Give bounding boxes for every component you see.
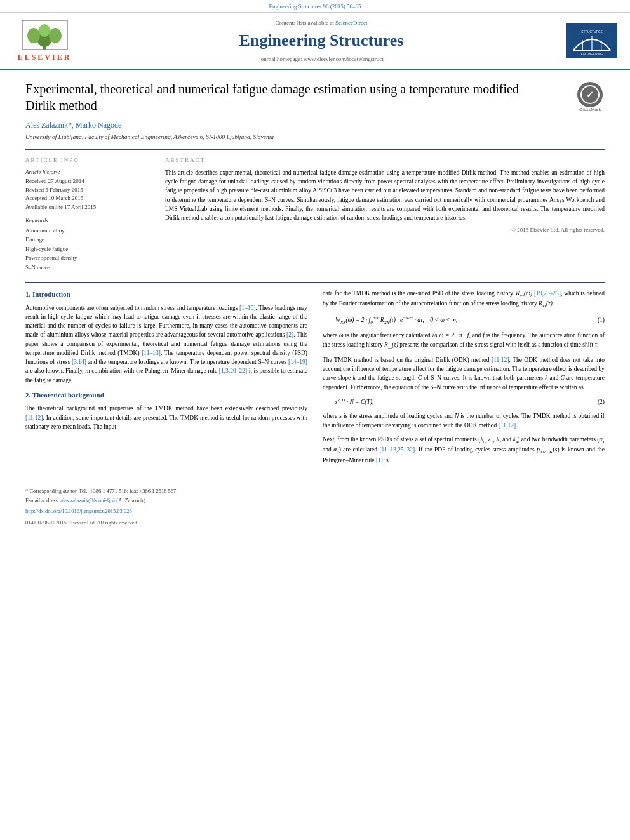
article-info-abstract-section: ARTICLE INFO Article history: Received 2… (25, 149, 605, 272)
keywords-section: Keywords: Aluminium alloy Damage High-cy… (25, 217, 152, 272)
theory-paragraph-1: The theoretical background and propertie… (25, 404, 307, 431)
article-info-col: ARTICLE INFO Article history: Received 2… (25, 156, 152, 272)
affiliation: University of Ljubljana, Faculty of Mech… (25, 133, 605, 142)
keyword-fatigue: High-cycle fatigue (25, 244, 152, 253)
history-title: Article history: (25, 168, 152, 177)
article-history: Article history: Received 27 August 2014… (25, 168, 152, 212)
doi-line: http://dx.doi.org/10.1016/j.engstruct.20… (25, 508, 605, 516)
elsevier-logo-block: ELSEVIER (13, 19, 76, 63)
body-right-col: data for the TMDK method is the one-side… (323, 289, 605, 470)
footnote-corresponding: * Corresponding author. Tel.: +386 1 477… (25, 487, 605, 495)
svg-point-4 (39, 24, 50, 37)
intro-heading: 1. Introduction (25, 289, 307, 300)
issn-line: 0141-0296/© 2015 Elsevier Ltd. All right… (25, 519, 605, 527)
journal-citation: Engineering Structures 96 (2015) 56–65 (269, 3, 361, 10)
journal-header: ELSEVIER Contents lists available at Sci… (0, 13, 630, 71)
email-label: E-mail address: (25, 497, 60, 503)
authors-line: Aleš Zalaznik*, Marko Nagode (25, 120, 605, 131)
ref-11-12-b[interactable]: [11,12] (492, 357, 509, 363)
svg-text:STRUCTURES: STRUCTURES (581, 30, 603, 34)
equation-2-number: (2) (586, 397, 605, 406)
ref-11-13[interactable]: [11–13] (142, 350, 161, 356)
journal-logo-image: ENGINEERING STRUCTURES (566, 23, 617, 58)
elsevier-tree-icon (21, 19, 69, 51)
available-date: Available online 17 April 2015 (25, 203, 152, 212)
ref-11-12-a[interactable]: [11,12] (25, 415, 43, 421)
keywords-title: Keywords: (25, 217, 152, 225)
equation-2-content: sk(T) · N = C(T), (323, 397, 586, 406)
abstract-col: ABSTRACT This article describes experime… (165, 156, 605, 272)
journal-title-header: Engineering Structures (83, 29, 560, 52)
ref-11-12-c[interactable]: [11,12] (499, 422, 516, 429)
received-date: Received 27 August 2014 (25, 177, 152, 186)
ref-19-23-25[interactable]: [19,23–25] (534, 290, 561, 297)
equation-1-number: (1) (586, 316, 605, 324)
revised-date: Revised 5 February 2015 (25, 186, 152, 195)
ref-11-13-25-32[interactable]: [11–13,25–32] (379, 446, 415, 453)
right-para-3: The TMDK method is based on the original… (323, 356, 605, 392)
equation-2: sk(T) · N = C(T), (2) (323, 397, 605, 406)
author-names: Aleš Zalaznik*, Marko Nagode (25, 121, 121, 130)
body-left-col: 1. Introduction Automotive components ar… (25, 289, 307, 470)
article-title: Experimental, theoretical and numerical … (25, 81, 546, 114)
journal-center-block: Contents lists available at ScienceDirec… (83, 19, 560, 63)
footnote-section: * Corresponding author. Tel.: +386 1 477… (25, 483, 605, 527)
main-content: Experimental, theoretical and numerical … (0, 70, 630, 537)
svg-text:✓: ✓ (586, 90, 594, 100)
doi-link[interactable]: http://dx.doi.org/10.1016/j.engstruct.20… (25, 508, 132, 514)
equation-1: WXX(ω) = 2 · ∫0+∞ RXX(τ) · e−iω·τ · dτ, … (323, 315, 605, 326)
keyword-sn: S–N curve (25, 263, 152, 272)
keyword-aluminium: Aluminium alloy (25, 226, 152, 235)
two-col-body: 1. Introduction Automotive components ar… (25, 289, 605, 470)
svg-text:ENGINEERING: ENGINEERING (581, 53, 603, 56)
email-link[interactable]: ales.zalaznik@fs.uni-lj.si (60, 497, 115, 503)
footnote-email: E-mail address: ales.zalaznik@fs.uni-lj.… (25, 497, 605, 505)
homepage-line: journal homepage: www.elsevier.com/locat… (83, 55, 560, 63)
article-info-label: ARTICLE INFO (25, 156, 152, 164)
keyword-psd: Power spectral density (25, 253, 152, 262)
accepted-date: Accepted 10 March 2015 (25, 194, 152, 203)
copyright-line: © 2015 Elsevier Ltd. All rights reserved… (165, 226, 605, 234)
ref-14-19[interactable]: [14–19] (288, 359, 307, 365)
abstract-text: This article describes experimental, the… (165, 168, 605, 223)
right-para-1: data for the TMDK method is the one-side… (323, 289, 605, 310)
contents-line: Contents lists available at ScienceDirec… (83, 19, 560, 27)
ref-1-3-20-22[interactable]: [1,3,20–22] (219, 368, 247, 374)
keyword-damage: Damage (25, 235, 152, 244)
svg-point-2 (27, 28, 40, 43)
right-para-2: where ω is the angular frequency calcula… (323, 331, 605, 350)
sciencedirect-link[interactable]: ScienceDirect (335, 20, 367, 26)
intro-paragraph-1: Automotive components are often subjecte… (25, 303, 307, 385)
theory-heading: 2. Theoretical background (25, 390, 307, 401)
right-para-5: Next, from the known PSD's of stress a s… (323, 435, 605, 465)
right-para-4: where s is the stress amplitude of loadi… (323, 411, 605, 430)
ref-3-14[interactable]: [3,14] (72, 359, 86, 365)
crossmark-badge[interactable]: ✓ CrossMark (576, 81, 605, 109)
elsevier-wordmark: ELSEVIER (18, 52, 72, 63)
ref-1-b[interactable]: [1] (376, 457, 383, 463)
ref-1-10[interactable]: [1–10] (239, 305, 255, 311)
svg-text:CrossMark: CrossMark (579, 107, 601, 112)
ref-2[interactable]: [2] (286, 331, 293, 338)
equation-1-content: WXX(ω) = 2 · ∫0+∞ RXX(τ) · e−iω·τ · dτ, … (323, 315, 586, 326)
journal-citation-bar: Engineering Structures 96 (2015) 56–65 (0, 0, 630, 13)
svg-point-3 (49, 28, 62, 43)
section-divider (25, 282, 605, 283)
email-author: (A. Zalaznik). (116, 497, 147, 503)
abstract-label: ABSTRACT (165, 156, 605, 164)
article-title-section: Experimental, theoretical and numerical … (25, 81, 605, 114)
